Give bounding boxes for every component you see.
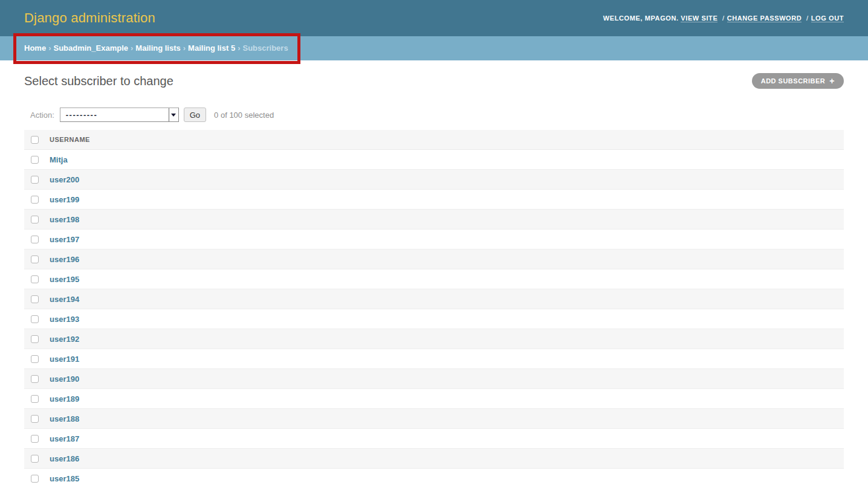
row-checkbox[interactable] bbox=[31, 236, 39, 243]
breadcrumb: Home›Subadmin_Example›Mailing lists›Mail… bbox=[0, 36, 868, 60]
row-checkbox[interactable] bbox=[31, 196, 39, 204]
table-row: user191 bbox=[24, 349, 844, 369]
breadcrumb-separator: › bbox=[131, 43, 133, 53]
table-row: user185 bbox=[24, 469, 844, 485]
user-tools-link-log-out[interactable]: LOG OUT bbox=[811, 14, 844, 22]
table-header-row: USERNAME bbox=[24, 130, 844, 150]
table-row: user195 bbox=[24, 269, 844, 289]
action-select[interactable]: --------- bbox=[60, 108, 179, 122]
subscriber-link[interactable]: user200 bbox=[50, 175, 79, 184]
subscriber-link[interactable]: user191 bbox=[50, 355, 79, 364]
table-row: user198 bbox=[24, 210, 844, 230]
table-row: user189 bbox=[24, 389, 844, 409]
row-checkbox[interactable] bbox=[31, 475, 39, 483]
subscriber-link[interactable]: user198 bbox=[50, 215, 79, 224]
user-tools-link-view-site[interactable]: VIEW SITE bbox=[681, 14, 717, 22]
subscriber-link[interactable]: user194 bbox=[50, 295, 79, 304]
content-area: Select subscriber to change ADD SUBSCRIB… bbox=[0, 73, 868, 485]
subscriber-link[interactable]: user186 bbox=[50, 454, 79, 463]
row-checkbox[interactable] bbox=[31, 375, 39, 383]
row-checkbox[interactable] bbox=[31, 255, 39, 263]
subscriber-link[interactable]: user193 bbox=[50, 315, 79, 324]
table-row: user186 bbox=[24, 449, 844, 469]
subscriber-link[interactable]: user190 bbox=[50, 374, 79, 384]
row-checkbox[interactable] bbox=[31, 415, 39, 423]
row-checkbox[interactable] bbox=[31, 435, 39, 443]
user-tools-link-change-password[interactable]: CHANGE PASSWORD bbox=[727, 14, 802, 22]
subscriber-table: USERNAME Mitjauser200user199user198user1… bbox=[24, 130, 844, 485]
subscriber-link[interactable]: Mitja bbox=[50, 155, 68, 164]
table-row: user196 bbox=[24, 249, 844, 269]
subscriber-link[interactable]: user199 bbox=[50, 195, 79, 204]
user-tools-links: VIEW SITE /CHANGE PASSWORD /LOG OUT bbox=[681, 14, 844, 22]
row-checkbox[interactable] bbox=[31, 156, 39, 164]
plus-icon: + bbox=[829, 77, 835, 85]
table-row: user193 bbox=[24, 309, 844, 329]
site-title: Django administration bbox=[24, 10, 155, 26]
subscriber-link[interactable]: user192 bbox=[50, 335, 79, 344]
go-button[interactable]: Go bbox=[184, 108, 206, 122]
add-subscriber-label: ADD SUBSCRIBER bbox=[761, 77, 826, 85]
subscriber-link[interactable]: user185 bbox=[50, 474, 79, 483]
select-all-checkbox[interactable] bbox=[31, 136, 39, 144]
add-subscriber-button[interactable]: ADD SUBSCRIBER + bbox=[752, 73, 844, 89]
breadcrumb-current: Subscribers bbox=[242, 43, 288, 53]
subscriber-link[interactable]: user195 bbox=[50, 275, 79, 284]
breadcrumb-link-mailing-list-5[interactable]: Mailing list 5 bbox=[188, 43, 235, 53]
admin-header: Django administration WELCOME, MPAGON. V… bbox=[0, 0, 868, 36]
subscriber-link[interactable]: user187 bbox=[50, 434, 79, 443]
select-arrow-box[interactable] bbox=[169, 108, 178, 121]
table-row: user188 bbox=[24, 409, 844, 429]
welcome-text: WELCOME, bbox=[603, 14, 643, 22]
breadcrumb-separator: › bbox=[238, 43, 240, 53]
column-header-username: USERNAME bbox=[50, 136, 90, 143]
table-row: user199 bbox=[24, 190, 844, 210]
user-tools-separator: / bbox=[806, 14, 809, 22]
action-select-value: --------- bbox=[60, 111, 169, 119]
actions-bar: Action: --------- Go 0 of 100 selected bbox=[24, 107, 844, 123]
subscriber-link[interactable]: user196 bbox=[50, 255, 79, 264]
row-checkbox[interactable] bbox=[31, 355, 39, 363]
row-checkbox[interactable] bbox=[31, 295, 39, 303]
action-label: Action: bbox=[30, 111, 54, 120]
chevron-down-icon bbox=[171, 114, 176, 117]
subscriber-link[interactable]: user197 bbox=[50, 235, 79, 244]
row-checkbox[interactable] bbox=[31, 455, 39, 463]
table-row: user194 bbox=[24, 289, 844, 309]
page-title: Select subscriber to change bbox=[24, 74, 173, 88]
table-row: user187 bbox=[24, 429, 844, 449]
table-row: user190 bbox=[24, 369, 844, 389]
table-row: Mitja bbox=[24, 150, 844, 170]
row-checkbox[interactable] bbox=[31, 176, 39, 184]
table-row: user200 bbox=[24, 170, 844, 190]
breadcrumb-link-mailing-lists[interactable]: Mailing lists bbox=[135, 43, 180, 53]
breadcrumb-link-home[interactable]: Home bbox=[24, 43, 46, 53]
row-checkbox[interactable] bbox=[31, 335, 39, 343]
row-checkbox[interactable] bbox=[31, 275, 39, 283]
row-checkbox[interactable] bbox=[31, 315, 39, 323]
table-body: Mitjauser200user199user198user197user196… bbox=[24, 150, 844, 485]
table-row: user197 bbox=[24, 230, 844, 249]
user-tools-separator: / bbox=[722, 14, 725, 22]
breadcrumb-link-subadmin_example[interactable]: Subadmin_Example bbox=[53, 43, 128, 53]
username-text: MPAGON. bbox=[645, 14, 679, 22]
row-checkbox[interactable] bbox=[31, 216, 39, 223]
subscriber-link[interactable]: user188 bbox=[50, 414, 79, 423]
table-row: user192 bbox=[24, 329, 844, 349]
user-tools: WELCOME, MPAGON. VIEW SITE /CHANGE PASSW… bbox=[603, 14, 844, 22]
subscriber-link[interactable]: user189 bbox=[50, 394, 79, 403]
row-checkbox[interactable] bbox=[31, 395, 39, 403]
breadcrumb-separator: › bbox=[183, 43, 186, 53]
selection-counter: 0 of 100 selected bbox=[214, 111, 274, 120]
breadcrumb-separator: › bbox=[48, 43, 51, 53]
